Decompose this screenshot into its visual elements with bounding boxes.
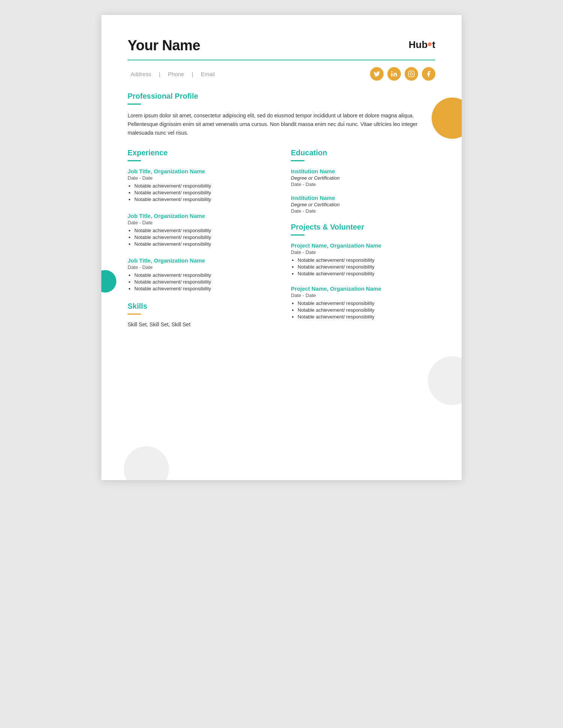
projects-underline <box>291 234 304 236</box>
job-title-3: Job Title, Organization Name <box>128 257 272 264</box>
list-item: Notable achievement/ responsibility <box>134 241 272 247</box>
deco-circle-gray-left <box>124 446 169 480</box>
institution-2: Institution Name <box>291 195 435 201</box>
project-title-2: Project Name, Organization Name <box>291 285 435 292</box>
project-date-2: Date - Date <box>291 293 435 298</box>
profile-title: Professional Profile <box>128 92 435 101</box>
instagram-icon[interactable] <box>405 67 418 81</box>
project-achievements-1: Notable achievement/ responsibility Nota… <box>291 257 435 276</box>
skills-underline <box>128 314 141 315</box>
twitter-icon[interactable] <box>370 67 384 81</box>
skills-title: Skills <box>128 302 272 311</box>
projects-title: Projects & Volunteer <box>291 223 435 231</box>
sep2: | <box>192 71 193 77</box>
project-item-1: Project Name, Organization Name Date - D… <box>291 242 435 276</box>
education-title: Education <box>291 149 435 157</box>
list-item: Notable achievement/ responsibility <box>134 272 272 278</box>
profile-section: Professional Profile Lorem ipsum dolor s… <box>128 92 435 137</box>
list-item: Notable achievement/ responsibility <box>298 314 435 320</box>
hubspot-logo: Hubt <box>409 39 435 51</box>
exp-item-3: Job Title, Organization Name Date - Date… <box>128 257 272 291</box>
list-item: Notable achievement/ responsibility <box>134 183 272 189</box>
exp-item-2: Job Title, Organization Name Date - Date… <box>128 213 272 247</box>
project-title-1: Project Name, Organization Name <box>291 242 435 249</box>
svg-rect-1 <box>409 71 414 77</box>
email: Email <box>201 71 215 77</box>
projects-section: Projects & Volunteer Project Name, Organ… <box>291 223 435 320</box>
exp-date-2: Date - Date <box>128 220 272 225</box>
edu-date-1: Date - Date <box>291 182 435 187</box>
edu-item-1: Institution Name Degree or Certification… <box>291 168 435 187</box>
skills-section: Skills Skill Set, Skill Set, Skill Set <box>128 302 272 327</box>
list-item: Notable achievement/ responsibility <box>298 257 435 263</box>
list-item: Notable achievement/ responsibility <box>134 197 272 202</box>
education-underline <box>291 160 304 161</box>
spot-text: t <box>432 39 435 51</box>
contact-row: Address | Phone | Email <box>128 67 435 81</box>
achievements-3: Notable achievement/ responsibility Nota… <box>128 272 272 291</box>
experience-underline <box>128 160 141 161</box>
header: Your Name Hubt <box>128 38 435 54</box>
project-date-1: Date - Date <box>291 249 435 255</box>
deco-circle-gold <box>432 98 462 139</box>
job-title-1: Job Title, Organization Name <box>128 168 272 174</box>
resume-page: Your Name Hubt Address | Phone | Email <box>101 15 462 480</box>
profile-text: Lorem ipsum dolor sit amet, consectetur … <box>128 111 435 137</box>
contact-info: Address | Phone | Email <box>128 71 218 77</box>
deco-circle-teal <box>101 270 116 293</box>
exp-date-1: Date - Date <box>128 175 272 181</box>
svg-point-0 <box>391 71 393 72</box>
your-name: Your Name <box>128 38 200 54</box>
list-item: Notable achievement/ responsibility <box>134 234 272 240</box>
social-icons <box>370 67 435 81</box>
col-right: Education Institution Name Degree or Cer… <box>291 149 435 329</box>
education-section: Education Institution Name Degree or Cer… <box>291 149 435 214</box>
job-title-2: Job Title, Organization Name <box>128 213 272 219</box>
experience-section: Experience Job Title, Organization Name … <box>128 149 272 291</box>
experience-title: Experience <box>128 149 272 157</box>
col-left: Experience Job Title, Organization Name … <box>128 149 272 329</box>
list-item: Notable achievement/ responsibility <box>298 264 435 270</box>
project-item-2: Project Name, Organization Name Date - D… <box>291 285 435 320</box>
edu-date-2: Date - Date <box>291 208 435 214</box>
achievements-1: Notable achievement/ responsibility Nota… <box>128 183 272 202</box>
facebook-icon[interactable] <box>422 67 435 81</box>
list-item: Notable achievement/ responsibility <box>134 286 272 291</box>
skills-text: Skill Set, Skill Set, Skill Set <box>128 321 272 327</box>
header-divider <box>128 60 435 60</box>
list-item: Notable achievement/ responsibility <box>134 228 272 233</box>
phone: Phone <box>168 71 184 77</box>
address: Address <box>131 71 151 77</box>
project-achievements-2: Notable achievement/ responsibility Nota… <box>291 300 435 320</box>
degree-1: Degree or Certification <box>291 175 435 181</box>
deco-circle-gray-right <box>428 356 462 405</box>
edu-item-2: Institution Name Degree or Certification… <box>291 195 435 214</box>
list-item: Notable achievement/ responsibility <box>134 190 272 195</box>
institution-1: Institution Name <box>291 168 435 174</box>
hub-text: Hub <box>409 39 428 51</box>
degree-2: Degree or Certification <box>291 202 435 207</box>
linkedin-icon[interactable] <box>387 67 401 81</box>
list-item: Notable achievement/ responsibility <box>298 307 435 313</box>
exp-date-3: Date - Date <box>128 264 272 270</box>
list-item: Notable achievement/ responsibility <box>298 300 435 306</box>
exp-item-1: Job Title, Organization Name Date - Date… <box>128 168 272 202</box>
list-item: Notable achievement/ responsibility <box>134 279 272 285</box>
list-item: Notable achievement/ responsibility <box>298 271 435 276</box>
sep1: | <box>159 71 160 77</box>
two-col-layout: Experience Job Title, Organization Name … <box>128 149 435 329</box>
achievements-2: Notable achievement/ responsibility Nota… <box>128 228 272 247</box>
hubspot-dot <box>428 42 432 46</box>
profile-underline <box>128 104 141 105</box>
